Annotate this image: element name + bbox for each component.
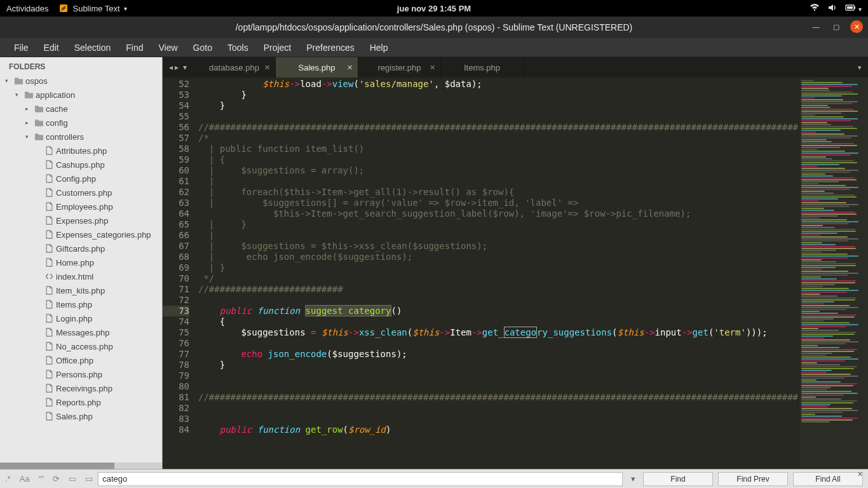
- sidebar-heading: FOLDERS: [0, 57, 162, 74]
- app-indicator[interactable]: Sublime Text: [58, 3, 126, 13]
- window-titlebar: /opt/lampp/htdocs/ospos/application/cont…: [0, 17, 868, 38]
- tab-label: Items.php: [464, 63, 500, 72]
- tab-close-icon[interactable]: ✕: [430, 64, 435, 72]
- tab[interactable]: register.php✕: [358, 57, 441, 78]
- file-item[interactable]: Login.php: [0, 311, 162, 325]
- file-item[interactable]: Attributes.php: [0, 144, 162, 158]
- file-icon: [43, 412, 55, 421]
- tree-label: Login.php: [56, 314, 92, 323]
- tree-label: ospos: [25, 76, 48, 86]
- close-button[interactable]: ✕: [850, 20, 863, 33]
- menu-file[interactable]: File: [6, 43, 36, 53]
- tree-label: Customers.php: [56, 188, 112, 198]
- case-toggle[interactable]: Aa: [20, 474, 30, 484]
- findbar: .* Aa “” ⟳ ▭ ▭ ▾ Find Find Prev Find All…: [0, 469, 868, 488]
- file-item[interactable]: Cashups.php: [0, 158, 162, 172]
- file-icon: [43, 216, 55, 225]
- file-item[interactable]: No_access.php: [0, 339, 162, 353]
- find-close[interactable]: ✕: [855, 469, 865, 480]
- file-item[interactable]: Persons.php: [0, 367, 162, 381]
- menu-preferences[interactable]: Preferences: [299, 43, 362, 53]
- find-prev-button[interactable]: Find Prev: [718, 472, 788, 486]
- menu-find[interactable]: Find: [118, 43, 151, 53]
- find-all-button[interactable]: Find All: [793, 472, 863, 486]
- tab[interactable]: Items.php: [441, 57, 524, 78]
- sidebar-hscroll[interactable]: [0, 463, 162, 469]
- file-item[interactable]: Employees.php: [0, 200, 162, 214]
- folder-icon: [33, 118, 44, 127]
- menu-help[interactable]: Help: [362, 43, 396, 53]
- file-item[interactable]: Config.php: [0, 172, 162, 186]
- file-item[interactable]: Sales.php: [0, 409, 162, 423]
- tabbar: ◂ ▸ ▾ database.php✕Sales.php✕register.ph…: [163, 57, 868, 78]
- menu-selection[interactable]: Selection: [67, 43, 119, 53]
- code-icon: [43, 272, 55, 281]
- file-item[interactable]: Home.php: [0, 255, 162, 269]
- wholeword-toggle[interactable]: “”: [39, 474, 44, 484]
- folder-item[interactable]: ▾application: [0, 88, 162, 102]
- wifi-icon[interactable]: [810, 3, 820, 14]
- maximize-button[interactable]: ▢: [830, 20, 843, 33]
- find-input[interactable]: [98, 472, 623, 486]
- file-item[interactable]: index.html: [0, 269, 162, 283]
- window-title: /opt/lampp/htdocs/ospos/application/cont…: [236, 22, 633, 32]
- regex-toggle[interactable]: .*: [5, 474, 11, 484]
- minimap[interactable]: [798, 78, 868, 469]
- tree-label: Item_kits.php: [56, 286, 105, 295]
- file-icon: [43, 398, 55, 407]
- tab[interactable]: database.php✕: [193, 57, 276, 78]
- menu-edit[interactable]: Edit: [36, 43, 67, 53]
- tab[interactable]: Sales.php✕: [276, 57, 358, 78]
- file-icon: [43, 146, 55, 155]
- menu-tools[interactable]: Tools: [220, 43, 256, 53]
- file-item[interactable]: Receivings.php: [0, 381, 162, 395]
- tree-label: Config.php: [56, 174, 96, 184]
- tab-overflow[interactable]: ▾: [851, 57, 868, 78]
- file-item[interactable]: Item_kits.php: [0, 283, 162, 297]
- find-button[interactable]: Find: [643, 472, 713, 486]
- tab-nav[interactable]: ◂ ▸ ▾: [163, 57, 193, 78]
- menu-view[interactable]: View: [151, 43, 186, 53]
- file-item[interactable]: Office.php: [0, 353, 162, 367]
- file-icon: [43, 384, 55, 393]
- tree-label: Items.php: [56, 300, 92, 309]
- code-editor[interactable]: $this->load->view('sales/manage', $data)…: [197, 78, 798, 469]
- tree-label: Office.php: [56, 356, 93, 365]
- clock[interactable]: jue nov 29 1:45 PM: [397, 4, 471, 13]
- folder-item[interactable]: ▸cache: [0, 102, 162, 116]
- file-item[interactable]: Items.php: [0, 297, 162, 311]
- file-icon: [43, 160, 55, 169]
- highlight-toggle[interactable]: ▭: [85, 474, 93, 484]
- sidebar: FOLDERS ▾ospos▾application▸cache▸config▾…: [0, 57, 163, 469]
- battery-icon[interactable]: [845, 4, 862, 13]
- folder-item[interactable]: ▾controllers: [0, 130, 162, 144]
- folder-item[interactable]: ▾ospos: [0, 74, 162, 88]
- svg-rect-3: [847, 6, 853, 9]
- tree-label: index.html: [56, 272, 93, 281]
- tree-label: config: [46, 118, 68, 128]
- file-item[interactable]: Expenses.php: [0, 214, 162, 227]
- menu-goto[interactable]: Goto: [186, 43, 220, 53]
- gnome-topbar: Actividades Sublime Text jue nov 29 1:45…: [0, 0, 868, 17]
- tree-label: Attributes.php: [56, 146, 107, 156]
- file-item[interactable]: Giftcards.php: [0, 241, 162, 255]
- tab-label: register.php: [378, 63, 421, 72]
- inselection-toggle[interactable]: ▭: [69, 474, 76, 484]
- menu-project[interactable]: Project: [256, 43, 299, 53]
- folder-item[interactable]: ▸config: [0, 116, 162, 130]
- file-icon: [43, 244, 55, 253]
- volume-icon[interactable]: [827, 3, 837, 14]
- find-history[interactable]: ▾: [628, 474, 638, 484]
- tab-close-icon[interactable]: ✕: [347, 64, 353, 72]
- minimize-button[interactable]: —: [810, 20, 822, 33]
- file-item[interactable]: Customers.php: [0, 186, 162, 200]
- folder-icon: [23, 90, 34, 99]
- file-item[interactable]: Expenses_categories.php: [0, 227, 162, 241]
- file-item[interactable]: Messages.php: [0, 325, 162, 339]
- tab-close-icon[interactable]: ✕: [264, 64, 270, 72]
- tab-label: database.php: [209, 63, 259, 72]
- file-icon: [43, 258, 55, 267]
- activities-button[interactable]: Actividades: [6, 4, 48, 13]
- file-item[interactable]: Reports.php: [0, 395, 162, 409]
- wrap-toggle[interactable]: ⟳: [53, 474, 60, 484]
